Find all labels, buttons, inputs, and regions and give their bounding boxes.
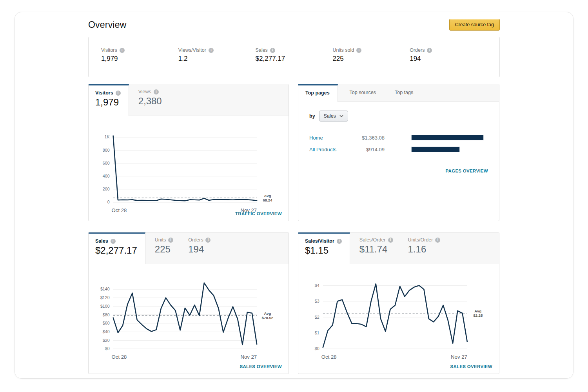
svg-text:600: 600	[103, 161, 110, 165]
svg-text:Avg: Avg	[264, 311, 271, 316]
by-label: by	[309, 113, 315, 119]
inactive-tab-strip: Sales/Order $11.74 Units/Order 1.16	[350, 232, 499, 264]
info-icon[interactable]	[435, 238, 440, 243]
sort-dropdown-value: Sales	[324, 113, 336, 119]
stat-value: 1,979	[101, 55, 178, 63]
panel-sales: Sales $2,277.17 Units 225 Orders 194	[88, 232, 289, 374]
table-row: Home $1,363.08	[309, 132, 488, 143]
svg-text:$3: $3	[315, 299, 319, 303]
table-row: All Products $914.09	[309, 143, 488, 155]
svg-text:$0: $0	[315, 347, 319, 351]
pages-link-row: PAGES OVERVIEW	[298, 167, 488, 174]
create-source-tag-button[interactable]: Create source tag	[449, 19, 500, 31]
panel-sales-visitor: Sales/Visitor $1.15 Sales/Order $11.74 U…	[298, 232, 499, 374]
inactive-tab-strip: Top sources Top tags	[338, 84, 499, 102]
svg-text:Oct 28: Oct 28	[112, 354, 127, 360]
svg-text:$140: $140	[100, 287, 110, 291]
pages-table: Home $1,363.08 All Products $914.09	[309, 132, 488, 155]
tab-orders[interactable]: Orders 194	[188, 237, 211, 264]
bar-zone	[411, 135, 484, 140]
info-icon[interactable]	[120, 48, 125, 53]
tab-label: Sales/Order	[359, 237, 393, 243]
chevron-down-icon	[339, 115, 343, 117]
info-icon[interactable]	[270, 48, 275, 53]
svg-text:$0: $0	[105, 347, 110, 351]
info-icon[interactable]	[356, 48, 361, 53]
info-icon[interactable]	[111, 239, 116, 244]
tab-value: 1,979	[95, 97, 121, 108]
tab-value: 2,380	[138, 96, 162, 107]
sales-tabs: Sales $2,277.17 Units 225 Orders 194	[89, 232, 289, 264]
ratio-sales-overview-link[interactable]: SALES OVERVIEW	[450, 364, 492, 369]
tab-value: $11.74	[359, 244, 393, 255]
stat-orders: Orders 194	[410, 47, 487, 77]
tab-units[interactable]: Units 225	[155, 237, 173, 264]
stat-value: 225	[332, 55, 410, 63]
tab-label-text: Units	[155, 237, 166, 243]
tab-views[interactable]: Views 2,380	[138, 89, 162, 116]
pages-overview-link[interactable]: PAGES OVERVIEW	[445, 169, 488, 173]
tab-value: 225	[155, 244, 173, 255]
tab-value: 194	[188, 244, 211, 255]
tab-top-tags[interactable]: Top tags	[395, 90, 413, 102]
svg-text:Oct 28: Oct 28	[112, 207, 127, 213]
info-icon[interactable]	[168, 238, 173, 243]
stat-label: Sales	[256, 47, 333, 53]
svg-text:Nov 27: Nov 27	[240, 354, 257, 360]
svg-text:$120: $120	[100, 295, 110, 300]
info-icon[interactable]	[427, 48, 432, 53]
tab-sales[interactable]: Sales $2,277.17	[89, 232, 145, 264]
tab-sales-order[interactable]: Sales/Order $11.74	[359, 237, 393, 264]
svg-text:Avg: Avg	[474, 309, 481, 314]
tab-value: $2,277.17	[95, 245, 137, 256]
page-value: $1,363.08	[357, 135, 385, 141]
info-icon[interactable]	[116, 91, 121, 96]
sales-bar	[411, 135, 484, 140]
stats-bar: Visitors 1,979 Views/Visitor 1.2 Sales $…	[88, 37, 500, 77]
stat-label-text: Visitors	[101, 47, 117, 53]
tab-visitors[interactable]: Visitors 1,979	[89, 84, 129, 116]
svg-text:$4: $4	[315, 283, 319, 288]
page-link-all-products[interactable]: All Products	[309, 147, 357, 152]
stat-label: Visitors	[101, 47, 178, 53]
stat-visitors: Visitors 1,979	[101, 47, 178, 77]
info-icon[interactable]	[154, 89, 159, 94]
tab-units-order[interactable]: Units/Order 1.16	[408, 237, 441, 264]
tab-label-text: Views	[138, 89, 151, 94]
tab-label: Units/Order	[408, 237, 441, 243]
traffic-chart: 02004006008001KAvg68.24Oct 28Nov 27	[92, 128, 285, 220]
tab-sales-visitor[interactable]: Sales/Visitor $1.15	[298, 232, 350, 264]
stat-sales: Sales $2,277.17	[256, 47, 333, 77]
info-icon[interactable]	[388, 238, 393, 243]
info-icon[interactable]	[205, 238, 211, 243]
top-pages-tabs: Top pages Top sources Top tags	[298, 84, 499, 102]
inactive-tab-strip: Units 225 Orders 194	[145, 232, 289, 264]
stat-label: Units sold	[332, 47, 410, 53]
info-icon[interactable]	[209, 48, 214, 53]
page-link-home[interactable]: Home	[309, 135, 357, 141]
bar-zone	[411, 147, 484, 152]
info-icon[interactable]	[337, 239, 342, 244]
stat-label-text: Views/Visitor	[178, 47, 206, 53]
stat-label-text: Sales	[256, 47, 268, 53]
sales-overview-link[interactable]: SALES OVERVIEW	[240, 364, 282, 369]
tab-label: Sales	[95, 238, 137, 244]
tab-label: Orders	[188, 237, 211, 243]
tab-label: Sales/Visitor	[305, 238, 342, 244]
page-card: Overview Create source tag Visitors 1,97…	[15, 12, 573, 379]
tab-label-text: Orders	[188, 237, 203, 243]
sort-dropdown[interactable]: Sales	[319, 111, 348, 122]
tab-label: Views	[138, 89, 162, 94]
sales-bar	[411, 147, 460, 152]
stat-label-text: Orders	[410, 47, 425, 53]
panel-top-pages: Top pages Top sources Top tags by Sales	[298, 84, 499, 221]
svg-text:Oct 28: Oct 28	[321, 354, 337, 360]
svg-text:Nov 27: Nov 27	[451, 354, 467, 360]
traffic-overview-link[interactable]: TRAFFIC OVERVIEW	[235, 211, 282, 216]
tab-top-pages[interactable]: Top pages	[298, 84, 338, 102]
tab-value: $1.15	[305, 245, 342, 256]
tab-top-sources[interactable]: Top sources	[350, 90, 376, 102]
tab-label-text: Visitors	[95, 90, 113, 96]
tab-label-text: Sales	[95, 238, 108, 244]
tab-label-text: Sales/Order	[359, 237, 386, 243]
